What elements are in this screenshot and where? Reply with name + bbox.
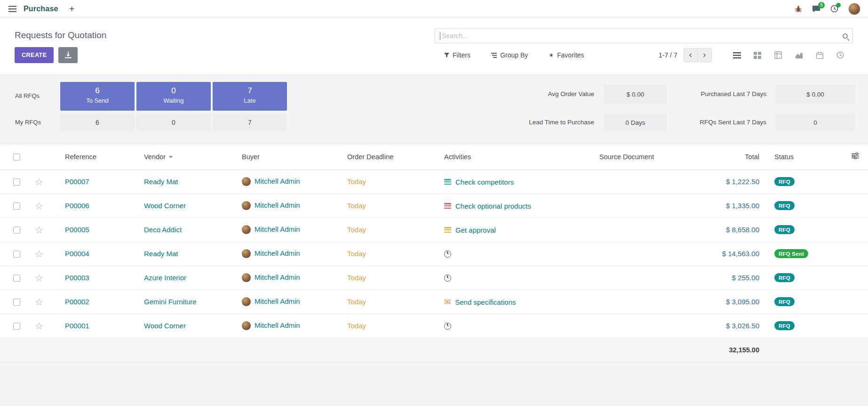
reference-link[interactable]: P00004 — [65, 250, 89, 258]
envelope-activity-icon[interactable] — [444, 298, 451, 306]
activities-clock-icon[interactable] — [830, 5, 838, 13]
buyer-cell[interactable]: Mitchell Admin — [234, 290, 340, 314]
debug-bug-icon[interactable] — [795, 5, 802, 13]
activity-cell[interactable]: Send specifications — [437, 290, 592, 314]
view-pivot-button[interactable] — [768, 48, 788, 63]
deadline-cell[interactable]: Today — [340, 242, 437, 266]
favorite-star-icon[interactable] — [35, 273, 43, 283]
column-header-buyer[interactable]: Buyer — [234, 144, 340, 170]
favorite-star-icon[interactable] — [35, 297, 43, 307]
view-kanban-button[interactable] — [747, 48, 768, 63]
my-to-send-count[interactable]: 6 — [60, 114, 135, 131]
search-input[interactable] — [442, 32, 839, 40]
reference-cell[interactable]: P00006 — [51, 194, 136, 218]
reference-link[interactable]: P00003 — [65, 274, 89, 282]
filters-button[interactable]: Filters — [444, 51, 470, 59]
create-button[interactable]: CREATE — [15, 47, 54, 63]
activity-cell[interactable]: Check competitors — [437, 170, 592, 194]
view-list-button[interactable] — [726, 48, 747, 63]
search-box[interactable] — [435, 28, 853, 43]
vendor-link[interactable]: Gemini Furniture — [144, 298, 197, 306]
select-all-checkbox[interactable] — [13, 154, 20, 161]
column-header-total[interactable]: Total — [701, 144, 767, 170]
row-checkbox[interactable] — [13, 203, 20, 210]
vendor-cell[interactable]: Ready Mat — [136, 242, 234, 266]
deadline-cell[interactable]: Today — [340, 218, 437, 242]
deadline-cell[interactable]: Today — [340, 290, 437, 314]
clock-activity-icon[interactable] — [444, 251, 451, 258]
view-calendar-button[interactable] — [809, 48, 830, 63]
table-row[interactable]: P00002 Gemini Furniture Mitchell Admin T… — [0, 290, 868, 314]
app-name[interactable]: Purchase — [24, 5, 58, 13]
deadline-cell[interactable]: Today — [340, 266, 437, 290]
table-row[interactable]: P00006 Wood Corner Mitchell Admin Today … — [0, 194, 868, 218]
column-header-status[interactable]: Status — [767, 144, 842, 170]
reference-link[interactable]: P00002 — [65, 298, 89, 306]
row-checkbox[interactable] — [13, 227, 20, 234]
row-checkbox[interactable] — [13, 251, 20, 258]
favorite-star-icon[interactable] — [35, 249, 43, 259]
row-checkbox[interactable] — [13, 323, 20, 330]
activity-label[interactable]: Get approval — [455, 226, 496, 234]
reference-link[interactable]: P00006 — [65, 202, 89, 210]
reference-link[interactable]: P00005 — [65, 226, 89, 234]
vendor-cell[interactable]: Ready Mat — [136, 170, 234, 194]
clock-activity-icon[interactable] — [444, 323, 451, 330]
reference-cell[interactable]: P00003 — [51, 266, 136, 290]
messages-icon[interactable]: 5 — [812, 5, 820, 13]
row-checkbox[interactable] — [13, 179, 20, 186]
activity-cell[interactable] — [437, 314, 592, 338]
deadline-cell[interactable]: Today — [340, 170, 437, 194]
pager-previous-button[interactable] — [684, 48, 698, 62]
activity-label[interactable]: Send specifications — [455, 298, 516, 306]
vendor-link[interactable]: Azure Interior — [144, 274, 186, 282]
reference-cell[interactable]: P00002 — [51, 290, 136, 314]
reference-link[interactable]: P00001 — [65, 322, 89, 330]
buyer-link[interactable]: Mitchell Admin — [255, 201, 300, 209]
favorite-star-icon[interactable] — [35, 177, 43, 187]
activity-label[interactable]: Check optional products — [455, 202, 531, 210]
list-activity-icon[interactable] — [444, 203, 451, 209]
favorite-star-icon[interactable] — [35, 321, 43, 331]
favorites-button[interactable]: Favorites — [549, 51, 584, 59]
tile-waiting[interactable]: 0 Waiting — [136, 82, 211, 111]
table-row[interactable]: P00007 Ready Mat Mitchell Admin Today Ch… — [0, 170, 868, 194]
vendor-cell[interactable]: Wood Corner — [136, 314, 234, 338]
vendor-link[interactable]: Wood Corner — [144, 202, 186, 210]
view-graph-button[interactable] — [788, 48, 809, 63]
reference-cell[interactable]: P00001 — [51, 314, 136, 338]
column-header-deadline[interactable]: Order Deadline — [340, 144, 437, 170]
buyer-link[interactable]: Mitchell Admin — [255, 225, 300, 233]
vendor-cell[interactable]: Deco Addict — [136, 218, 234, 242]
apps-menu-icon[interactable] — [8, 6, 16, 12]
vendor-link[interactable]: Wood Corner — [144, 322, 186, 330]
buyer-link[interactable]: Mitchell Admin — [255, 273, 300, 281]
tile-to-send[interactable]: 6 To Send — [60, 82, 135, 111]
vendor-link[interactable]: Ready Mat — [144, 250, 178, 258]
deadline-cell[interactable]: Today — [340, 314, 437, 338]
optional-columns-icon[interactable] — [852, 153, 859, 159]
list-activity-icon[interactable] — [444, 227, 451, 233]
buyer-cell[interactable]: Mitchell Admin — [234, 314, 340, 338]
vendor-cell[interactable]: Azure Interior — [136, 266, 234, 290]
reference-cell[interactable]: P00007 — [51, 170, 136, 194]
row-checkbox[interactable] — [13, 299, 20, 306]
vendor-cell[interactable]: Gemini Furniture — [136, 290, 234, 314]
vendor-cell[interactable]: Wood Corner — [136, 194, 234, 218]
activity-cell[interactable]: Get approval — [437, 218, 592, 242]
vendor-link[interactable]: Deco Addict — [144, 226, 182, 234]
reference-cell[interactable]: P00004 — [51, 242, 136, 266]
my-late-count[interactable]: 7 — [213, 114, 287, 131]
buyer-cell[interactable]: Mitchell Admin — [234, 242, 340, 266]
group-by-button[interactable]: Group By — [491, 51, 528, 59]
activity-cell[interactable] — [437, 242, 592, 266]
tile-late[interactable]: 7 Late — [213, 82, 287, 111]
table-row[interactable]: P00004 Ready Mat Mitchell Admin Today $ … — [0, 242, 868, 266]
my-waiting-count[interactable]: 0 — [136, 114, 211, 131]
table-row[interactable]: P00001 Wood Corner Mitchell Admin Today … — [0, 314, 868, 338]
favorite-star-icon[interactable] — [35, 225, 43, 235]
buyer-cell[interactable]: Mitchell Admin — [234, 218, 340, 242]
reference-cell[interactable]: P00005 — [51, 218, 136, 242]
buyer-cell[interactable]: Mitchell Admin — [234, 194, 340, 218]
column-header-source[interactable]: Source Document — [592, 144, 701, 170]
